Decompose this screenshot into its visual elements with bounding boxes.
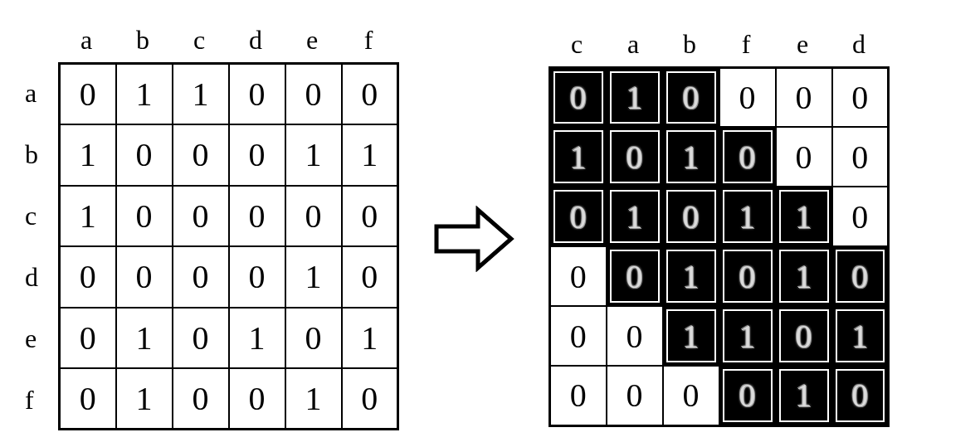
row-header: c [25,185,58,246]
matrix-cell: 0 [550,187,607,246]
matrix-cell: 0 [550,306,607,366]
matrix-cell: 1 [116,64,173,125]
matrix-cell: 0 [229,246,285,308]
matrix-cell: 1 [607,187,663,246]
arrow-right-icon [432,206,515,275]
matrix-cell: 0 [832,127,889,187]
matrix-cell: 0 [285,308,342,369]
matrix-cell: 0 [607,246,663,306]
matrix-cell: 1 [60,124,116,186]
matrix-cell: 0 [663,187,719,246]
col-header: c [549,29,605,60]
matrix-cell: 0 [173,368,229,430]
matrix-cell: 1 [607,67,663,127]
matrix-cell: 0 [229,124,285,186]
matrix-cell: 1 [663,127,719,187]
matrix-cell: 0 [550,366,607,425]
matrix-cell: 0 [116,186,173,247]
col-header: f [340,25,397,56]
matrix-cell: 1 [229,308,285,369]
matrix-cell: 0 [173,186,229,247]
matrix-cell: 0 [719,67,776,127]
matrix-cell: 1 [776,366,832,425]
col-header: d [227,25,284,56]
matrix-cell: 1 [116,368,173,430]
matrix-cell: 0 [116,124,173,186]
matrix-reorder-diagram: a b c d e f abcdef0110001000111000000000… [25,25,955,430]
matrix-cell: 1 [116,308,173,369]
matrix-cell: 0 [832,246,889,306]
matrix-cell: 0 [776,306,832,366]
matrix-cell: 0 [229,186,285,247]
matrix-cell: 0 [173,124,229,186]
matrix-cell: 1 [832,306,889,366]
row-header: a [25,62,58,124]
col-header: f [718,29,774,60]
matrix-cell: 0 [342,246,398,308]
matrix-cell: 0 [607,366,663,425]
col-header: b [115,25,171,56]
matrix-table: 010000101000010110001010001101000010 [549,66,890,427]
matrix-cell: 0 [342,186,398,247]
matrix-cell: 1 [60,186,116,247]
matrix-cell: 0 [719,246,776,306]
matrix-cell: 0 [173,246,229,308]
matrix-cell: 0 [550,67,607,127]
matrix-cell: 0 [776,127,832,187]
matrix-cell: 0 [60,368,116,430]
matrix-cell: 0 [60,64,116,125]
matrix-table: 011000100011100000000010010101010010 [58,62,399,430]
matrix-cell: 1 [342,308,398,369]
matrix-cell: 0 [832,67,889,127]
left-matrix-wrapper: a b c d e f abcdef0110001000111000000000… [25,25,399,430]
left-col-headers: a b c d e f [58,25,399,56]
matrix-cell: 0 [663,366,719,425]
col-header: e [284,25,340,56]
col-header: a [605,29,661,60]
matrix-cell: 0 [607,127,663,187]
matrix-cell: 0 [832,187,889,246]
matrix-cell: 0 [285,186,342,247]
matrix-cell: 0 [116,246,173,308]
matrix-cell: 1 [550,127,607,187]
matrix-cell: 0 [342,368,398,430]
matrix-cell: 1 [285,124,342,186]
col-header: e [774,29,831,60]
matrix-cell: 0 [60,308,116,369]
matrix-cell: 0 [60,246,116,308]
row-header: f [25,369,58,430]
matrix-cell: 0 [173,308,229,369]
matrix-cell: 1 [719,306,776,366]
matrix-cell: 0 [342,64,398,125]
col-header: b [661,29,718,60]
matrix-cell: 0 [832,366,889,425]
matrix-cell: 1 [719,187,776,246]
matrix-cell: 1 [173,64,229,125]
right-matrix-wrapper: c a b f e d 0100001010000101100010100011… [549,29,890,427]
matrix-cell: 1 [663,246,719,306]
row-header: d [25,246,58,308]
matrix-cell: 0 [550,246,607,306]
matrix-cell: 1 [776,246,832,306]
matrix-cell: 0 [229,368,285,430]
matrix-cell: 1 [285,368,342,430]
row-header: b [25,124,58,185]
matrix-cell: 1 [663,306,719,366]
row-header: e [25,308,58,369]
col-header: d [831,29,887,60]
col-header: a [58,25,115,56]
col-header: c [171,25,227,56]
matrix-cell: 0 [776,67,832,127]
matrix-cell: 1 [776,187,832,246]
matrix-cell: 0 [285,64,342,125]
matrix-cell: 0 [663,67,719,127]
matrix-cell: 1 [342,124,398,186]
matrix-cell: 0 [719,127,776,187]
matrix-cell: 0 [229,64,285,125]
matrix-cell: 0 [607,306,663,366]
matrix-cell: 1 [285,246,342,308]
matrix-cell: 0 [719,366,776,425]
right-col-headers: c a b f e d [549,29,890,60]
